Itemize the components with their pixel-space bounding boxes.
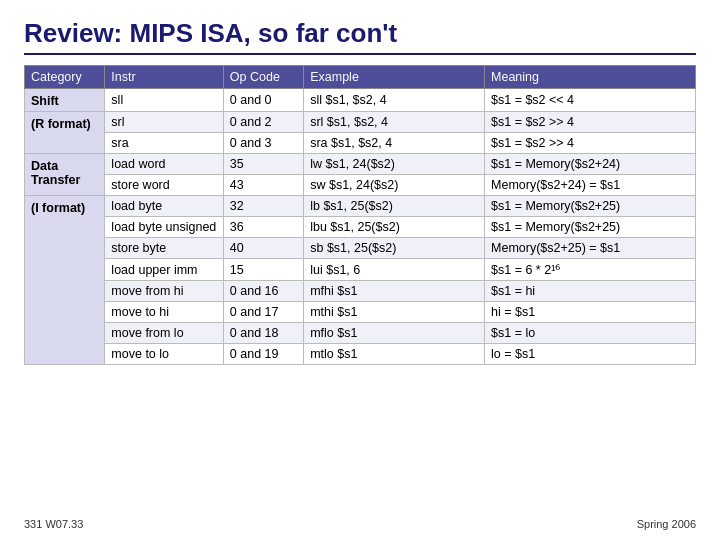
category-cell: (I format)	[25, 196, 105, 365]
opcode-cell: 0 and 3	[223, 133, 303, 154]
example-cell: mthi $s1	[304, 302, 485, 323]
opcode-cell: 0 and 16	[223, 281, 303, 302]
instr-cell: move from lo	[105, 323, 223, 344]
footer: 331 W07.33 Spring 2006	[24, 512, 696, 530]
instr-cell: sll	[105, 89, 223, 112]
footer-right: Spring 2006	[637, 518, 696, 530]
opcode-cell: 40	[223, 238, 303, 259]
category-cell: (R format)	[25, 112, 105, 154]
example-cell: sb $s1, 25($s2)	[304, 238, 485, 259]
example-cell: lb $s1, 25($s2)	[304, 196, 485, 217]
header-category: Category	[25, 66, 105, 89]
example-cell: lw $s1, 24($s2)	[304, 154, 485, 175]
instr-cell: load upper imm	[105, 259, 223, 281]
example-cell: sw $s1, 24($s2)	[304, 175, 485, 196]
opcode-cell: 36	[223, 217, 303, 238]
opcode-cell: 32	[223, 196, 303, 217]
meaning-cell: $s1 = hi	[485, 281, 696, 302]
instr-cell: sra	[105, 133, 223, 154]
example-cell: mtlo $s1	[304, 344, 485, 365]
meaning-cell: $s1 = 6 * 2¹⁶	[485, 259, 696, 281]
category-cell: Data Transfer	[25, 154, 105, 196]
meaning-cell: $s1 = $s2 << 4	[485, 89, 696, 112]
page: Review: MIPS ISA, so far con't Category …	[0, 0, 720, 540]
meaning-cell: $s1 = $s2 >> 4	[485, 133, 696, 154]
opcode-cell: 0 and 2	[223, 112, 303, 133]
instr-cell: load byte	[105, 196, 223, 217]
example-cell: mfhi $s1	[304, 281, 485, 302]
meaning-cell: $s1 = lo	[485, 323, 696, 344]
meaning-cell: $s1 = Memory($s2+25)	[485, 217, 696, 238]
example-cell: srl $s1, $s2, 4	[304, 112, 485, 133]
table-row: store byte40sb $s1, 25($s2)Memory($s2+25…	[25, 238, 696, 259]
instr-cell: store byte	[105, 238, 223, 259]
table-row: move to hi0 and 17mthi $s1hi = $s1	[25, 302, 696, 323]
table-row: load upper imm15lui $s1, 6$s1 = 6 * 2¹⁶	[25, 259, 696, 281]
opcode-cell: 0 and 19	[223, 344, 303, 365]
meaning-cell: $s1 = Memory($s2+25)	[485, 196, 696, 217]
opcode-cell: 35	[223, 154, 303, 175]
instr-cell: store word	[105, 175, 223, 196]
opcode-cell: 15	[223, 259, 303, 281]
category-cell: Shift	[25, 89, 105, 112]
opcode-cell: 43	[223, 175, 303, 196]
instr-cell: srl	[105, 112, 223, 133]
table-row: (I format)load byte32lb $s1, 25($s2)$s1 …	[25, 196, 696, 217]
example-cell: sra $s1, $s2, 4	[304, 133, 485, 154]
table-row: move from lo0 and 18mflo $s1$s1 = lo	[25, 323, 696, 344]
header-opcode: Op Code	[223, 66, 303, 89]
table-row: sra0 and 3sra $s1, $s2, 4$s1 = $s2 >> 4	[25, 133, 696, 154]
footer-left: 331 W07.33	[24, 518, 83, 530]
instruction-table: Category Instr Op Code Example Meaning S…	[24, 65, 696, 365]
meaning-cell: $s1 = $s2 >> 4	[485, 112, 696, 133]
meaning-cell: Memory($s2+24) = $s1	[485, 175, 696, 196]
opcode-cell: 0 and 0	[223, 89, 303, 112]
example-cell: lui $s1, 6	[304, 259, 485, 281]
table-row: load byte unsigned36lbu $s1, 25($s2)$s1 …	[25, 217, 696, 238]
table-row: move to lo0 and 19mtlo $s1lo = $s1	[25, 344, 696, 365]
meaning-cell: $s1 = Memory($s2+24)	[485, 154, 696, 175]
meaning-cell: hi = $s1	[485, 302, 696, 323]
instr-cell: move to hi	[105, 302, 223, 323]
table-row: Shiftsll0 and 0sll $s1, $s2, 4$s1 = $s2 …	[25, 89, 696, 112]
header-meaning: Meaning	[485, 66, 696, 89]
page-title: Review: MIPS ISA, so far con't	[24, 18, 696, 55]
opcode-cell: 0 and 18	[223, 323, 303, 344]
example-cell: mflo $s1	[304, 323, 485, 344]
meaning-cell: Memory($s2+25) = $s1	[485, 238, 696, 259]
instr-cell: load word	[105, 154, 223, 175]
header-example: Example	[304, 66, 485, 89]
example-cell: sll $s1, $s2, 4	[304, 89, 485, 112]
opcode-cell: 0 and 17	[223, 302, 303, 323]
meaning-cell: lo = $s1	[485, 344, 696, 365]
header-instr: Instr	[105, 66, 223, 89]
table-row: (R format)srl0 and 2srl $s1, $s2, 4$s1 =…	[25, 112, 696, 133]
example-cell: lbu $s1, 25($s2)	[304, 217, 485, 238]
table-row: Data Transferload word35lw $s1, 24($s2)$…	[25, 154, 696, 175]
instr-cell: load byte unsigned	[105, 217, 223, 238]
table-row: store word43sw $s1, 24($s2)Memory($s2+24…	[25, 175, 696, 196]
instr-cell: move from hi	[105, 281, 223, 302]
instr-cell: move to lo	[105, 344, 223, 365]
table-row: move from hi0 and 16mfhi $s1$s1 = hi	[25, 281, 696, 302]
